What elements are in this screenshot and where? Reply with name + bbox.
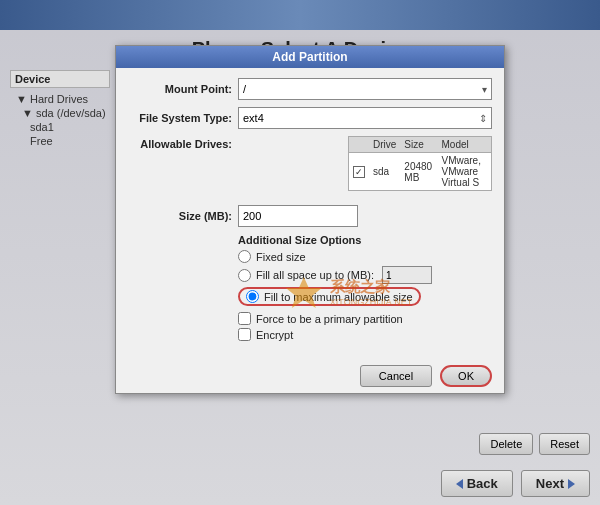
fill-up-row: Fill all space up to (MB): [238,266,492,284]
fill-max-radio[interactable] [246,290,259,303]
size-input[interactable]: 200 [238,205,358,227]
bottom-navigation: Back Next [441,470,590,497]
drives-table-container: Drive Size Model ✓ sda [238,136,492,198]
col-model: Model [438,137,492,153]
fixed-size-row: Fixed size [238,250,492,263]
size-value: 200 [243,210,261,222]
sidebar-item-free[interactable]: Free [14,134,110,148]
size-label: Size (MB): [128,210,238,222]
sidebar: Device ▼ Hard Drives ▼ sda (/dev/sda) sd… [10,70,110,148]
sidebar-device-label: Device [10,70,110,88]
mount-point-value: / [243,83,246,95]
delete-button[interactable]: Delete [479,433,533,455]
fill-max-highlight: Fill to maximum allowable size [238,287,421,306]
additional-size-section: Additional Size Options Fixed size Fill … [238,234,492,306]
primary-partition-row: Force to be a primary partition [238,312,492,325]
ok-button[interactable]: OK [440,365,492,387]
fill-max-label: Fill to maximum allowable size [264,291,413,303]
sidebar-item-sda[interactable]: ▼ sda (/dev/sda) [14,106,110,120]
reset-button[interactable]: Reset [539,433,590,455]
header-bar [0,0,600,30]
allowable-drives-row: Allowable Drives: Drive Size Model [128,136,492,198]
primary-partition-label: Force to be a primary partition [256,313,403,325]
encrypt-label: Encrypt [256,329,293,341]
fill-up-radio[interactable] [238,269,251,282]
primary-partition-checkbox[interactable] [238,312,251,325]
fill-up-input[interactable] [382,266,432,284]
col-check [349,137,369,153]
dialog-title: Add Partition [116,46,504,68]
mount-point-select[interactable]: / ▾ [238,78,492,100]
drive-size: 20480 MB [400,153,437,191]
fixed-size-radio[interactable] [238,250,251,263]
checkboxes-section: Force to be a primary partition Encrypt [238,312,492,341]
sidebar-item-hard-drives[interactable]: ▼ Hard Drives [14,92,110,106]
sidebar-item-sda1[interactable]: sda1 [14,120,110,134]
drive-checkbox-cell[interactable]: ✓ [349,153,369,191]
drives-table-wrapper: Drive Size Model ✓ sda [348,136,492,191]
back-label: Back [467,476,498,491]
drive-checkbox[interactable]: ✓ [353,166,365,178]
file-system-arrow-icon: ⇕ [479,113,487,124]
drives-table: Drive Size Model ✓ sda [349,137,491,190]
next-arrow-icon [568,479,575,489]
table-row: ✓ sda 20480 MB VMware, VMware Virtual S [349,153,491,191]
fill-up-label: Fill all space up to (MB): [256,269,374,281]
file-system-row: File System Type: ext4 ⇕ [128,107,492,129]
action-buttons: Delete Reset [479,433,590,455]
file-system-value: ext4 [243,112,264,124]
dialog-body: Mount Point: / ▾ File System Type: ext4 … [116,68,504,357]
dialog-buttons: Cancel OK [116,357,504,393]
add-partition-dialog: Add Partition Mount Point: / ▾ File Syst… [115,45,505,394]
allowable-drives-label: Allowable Drives: [128,136,238,150]
encrypt-checkbox[interactable] [238,328,251,341]
size-row: Size (MB): 200 [128,205,492,227]
sidebar-tree: ▼ Hard Drives ▼ sda (/dev/sda) sda1 Free [10,92,110,148]
mount-point-label: Mount Point: [128,83,238,95]
mount-point-arrow-icon: ▾ [482,84,487,95]
background: Please Select A Device Device ▼ Hard Dri… [0,0,600,505]
next-button[interactable]: Next [521,470,590,497]
encrypt-row: Encrypt [238,328,492,341]
fixed-size-label: Fixed size [256,251,306,263]
fill-max-row: Fill to maximum allowable size [238,287,492,306]
drive-model: VMware, VMware Virtual S [438,153,492,191]
next-label: Next [536,476,564,491]
back-button[interactable]: Back [441,470,513,497]
back-arrow-icon [456,479,463,489]
cancel-button[interactable]: Cancel [360,365,432,387]
mount-point-row: Mount Point: / ▾ [128,78,492,100]
file-system-label: File System Type: [128,112,238,124]
additional-size-title: Additional Size Options [238,234,492,246]
file-system-select[interactable]: ext4 ⇕ [238,107,492,129]
drive-name: sda [369,153,400,191]
col-drive: Drive [369,137,400,153]
col-size: Size [400,137,437,153]
